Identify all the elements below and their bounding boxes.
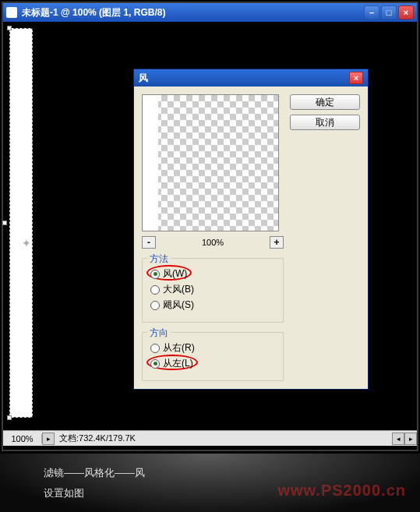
radio-label: 风(W)	[163, 267, 187, 281]
zoom-percent: 100%	[202, 238, 224, 247]
radio-wind[interactable]: 风(W)	[150, 267, 275, 281]
direction-group: 方向 从右(R) 从左(L)	[142, 332, 284, 381]
info-icon[interactable]: ▸	[42, 433, 55, 445]
selection-handle[interactable]	[7, 415, 12, 420]
ok-button[interactable]: 确定	[290, 94, 360, 110]
selection-handle[interactable]	[7, 26, 12, 30]
radio-icon	[150, 270, 160, 279]
close-button[interactable]: ×	[398, 5, 414, 19]
radio-icon	[150, 344, 160, 353]
dialog-buttons: 确定 取消	[290, 94, 360, 381]
dialog-left: - 100% + 方法 风(W)	[142, 94, 284, 381]
crosshair-icon: ✦	[22, 237, 31, 249]
doc-info: 文档:732.4K/179.7K	[55, 433, 392, 444]
caption-line1: 滤镜——风格化——风	[44, 466, 420, 480]
scroll-right-icon[interactable]: ▸	[404, 433, 417, 445]
selection-handle[interactable]	[2, 221, 7, 225]
dialog-title: 风	[139, 72, 349, 85]
window-buttons: – □ ×	[364, 5, 414, 19]
caption-area: 滤镜——风格化——风 设置如图 www.PS2000.cn	[0, 454, 420, 512]
preview-area[interactable]	[142, 94, 279, 231]
zoom-controls: - 100% +	[142, 236, 284, 249]
wind-dialog: 风 × - 100% + 方法	[133, 69, 369, 390]
radio-label: 飓风(S)	[163, 298, 194, 312]
maximize-button[interactable]: □	[381, 5, 397, 19]
radio-icon	[150, 301, 160, 310]
radio-blast[interactable]: 大风(B)	[150, 283, 275, 296]
dialog-titlebar: 风 ×	[134, 69, 368, 87]
radio-from-left[interactable]: 从左(L)	[150, 357, 275, 370]
canvas-area: ✦ 风 × - 100% + 方法	[3, 22, 417, 430]
radio-from-right[interactable]: 从右(R)	[150, 341, 275, 355]
cancel-button[interactable]: 取消	[290, 115, 360, 130]
zoom-in-button[interactable]: +	[270, 236, 284, 249]
direction-group-label: 方向	[147, 327, 171, 340]
method-group: 方法 风(W) 大风(B)	[142, 258, 284, 323]
method-group-label: 方法	[147, 252, 171, 266]
document-canvas[interactable]	[9, 28, 33, 418]
minimize-button[interactable]: –	[364, 5, 379, 19]
app-icon	[6, 7, 17, 18]
watermark: www.PS2000.cn	[277, 482, 406, 500]
radio-label: 从左(L)	[163, 357, 193, 370]
dialog-body: - 100% + 方法 风(W)	[134, 87, 368, 389]
app-window: 未标题-1 @ 100% (图层 1, RGB/8) – □ × ✦ 风 × -	[2, 2, 418, 451]
radio-stagger[interactable]: 飓风(S)	[150, 298, 275, 312]
zoom-level[interactable]: 100%	[3, 434, 42, 443]
radio-label: 从右(R)	[163, 341, 195, 355]
window-title: 未标题-1 @ 100% (图层 1, RGB/8)	[22, 6, 364, 19]
radio-icon	[150, 359, 160, 369]
scroll-left-icon[interactable]: ◂	[392, 433, 404, 445]
radio-icon	[150, 285, 160, 295]
radio-label: 大风(B)	[163, 283, 194, 296]
titlebar: 未标题-1 @ 100% (图层 1, RGB/8) – □ ×	[3, 3, 417, 22]
zoom-out-button[interactable]: -	[142, 236, 156, 249]
statusbar: 100% ▸ 文档:732.4K/179.7K ◂ ▸	[3, 430, 417, 446]
dialog-close-button[interactable]: ×	[349, 72, 363, 84]
